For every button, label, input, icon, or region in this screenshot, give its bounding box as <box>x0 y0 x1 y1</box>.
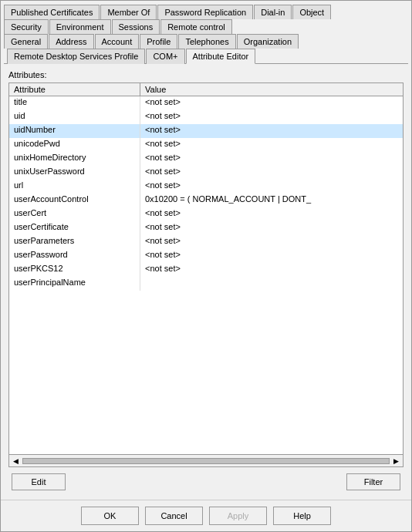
header-attribute: Attribute <box>9 83 140 96</box>
cell-attribute: userAccountControl <box>9 194 140 207</box>
table-row[interactable]: userParameters<not set> <box>9 235 403 249</box>
tab-telephones[interactable]: Telephones <box>178 34 235 49</box>
tabs-row2: Security Environment Sessions Remote con… <box>1 19 411 33</box>
tab-account[interactable]: Account <box>95 34 140 49</box>
cell-attribute: userPassword <box>9 249 140 263</box>
table-row[interactable]: url<not set> <box>9 180 403 194</box>
tab-profile[interactable]: Profile <box>140 34 177 49</box>
table-header: Attribute Value <box>9 83 403 96</box>
tab-remote-control[interactable]: Remote control <box>160 19 232 34</box>
table-row[interactable]: unicodePwd<not set> <box>9 138 403 152</box>
cell-attribute: userPKCS12 <box>9 263 140 277</box>
cell-attribute: unixHomeDirectory <box>9 152 140 166</box>
tabs-row4: Remote Desktop Services Profile COM+ Att… <box>4 48 408 64</box>
dialog: Published Certificates Member Of Passwor… <box>0 0 412 532</box>
table-row[interactable]: uid<not set> <box>9 110 403 124</box>
cell-value: <not set> <box>140 180 403 194</box>
table-row[interactable]: unixUserPassword<not set> <box>9 166 403 180</box>
attributes-label: Attributes: <box>8 70 404 79</box>
edit-filter-row: Edit Filter <box>8 467 404 493</box>
cell-attribute: userCert <box>9 207 140 221</box>
table-row[interactable]: userPrincipalName <box>9 277 403 291</box>
table-row[interactable]: unixHomeDirectory<not set> <box>9 152 403 166</box>
cell-value: <not set> <box>140 96 403 110</box>
cell-value: <not set> <box>140 249 403 263</box>
cell-value: <not set> <box>140 207 403 221</box>
cell-attribute: uidNumber <box>9 124 140 138</box>
table-row[interactable]: userCertificate<not set> <box>9 221 403 235</box>
tab-member-of[interactable]: Member Of <box>100 5 157 19</box>
ok-button[interactable]: OK <box>81 507 139 525</box>
tab-remote-desktop[interactable]: Remote Desktop Services Profile <box>7 49 145 64</box>
cancel-button[interactable]: Cancel <box>145 507 203 525</box>
cell-value: <not set> <box>140 138 403 152</box>
cell-value: <not set> <box>140 124 403 138</box>
table-row[interactable]: userPassword<not set> <box>9 249 403 263</box>
tab-object[interactable]: Object <box>292 5 331 19</box>
table-row[interactable]: uidNumber<not set> <box>9 124 403 138</box>
scroll-right-icon[interactable]: ▶ <box>391 457 401 465</box>
apply-button[interactable]: Apply <box>209 507 267 525</box>
tab-attribute-editor[interactable]: Attribute Editor <box>186 49 256 64</box>
filter-button[interactable]: Filter <box>346 473 400 490</box>
table-body[interactable]: title<not set>uid<not set>uidNumber<not … <box>9 96 403 454</box>
cell-value <box>140 277 403 291</box>
header-value: Value <box>140 83 390 96</box>
tab-dial-in[interactable]: Dial-in <box>254 5 292 19</box>
cell-attribute: uid <box>9 110 140 124</box>
tab-address[interactable]: Address <box>49 34 93 49</box>
cell-value: <not set> <box>140 221 403 235</box>
bottom-bar: OK Cancel Apply Help <box>1 500 411 531</box>
tabs-row3: General Address Account Profile Telephon… <box>1 33 411 48</box>
cell-attribute: unicodePwd <box>9 138 140 152</box>
tab-general[interactable]: General <box>4 34 48 49</box>
cell-value: <not set> <box>140 235 403 249</box>
cell-value: <not set> <box>140 110 403 124</box>
h-scroll-track[interactable] <box>22 458 390 464</box>
tab-published-certificates[interactable]: Published Certificates <box>4 5 100 19</box>
scroll-left-icon[interactable]: ◀ <box>11 457 21 465</box>
table-row[interactable]: title<not set> <box>9 96 403 110</box>
cell-attribute: userParameters <box>9 235 140 249</box>
tab-environment[interactable]: Environment <box>49 19 111 34</box>
tab-password-replication[interactable]: Password Replication <box>157 5 253 19</box>
tab-sessions[interactable]: Sessions <box>112 19 160 34</box>
tab-security[interactable]: Security <box>4 19 49 34</box>
edit-button[interactable]: Edit <box>12 473 66 490</box>
table-row[interactable]: userCert<not set> <box>9 207 403 221</box>
cell-value: <not set> <box>140 263 403 277</box>
cell-attribute: userCertificate <box>9 221 140 235</box>
cell-attribute: title <box>9 96 140 110</box>
horizontal-scrollbar[interactable]: ◀ ▶ <box>9 454 403 466</box>
help-button[interactable]: Help <box>273 507 331 525</box>
cell-attribute: unixUserPassword <box>9 166 140 180</box>
tabs-row1: Published Certificates Member Of Passwor… <box>1 1 411 19</box>
cell-value: 0x10200 = ( NORMAL_ACCOUNT | DONT_ <box>140 194 403 207</box>
cell-attribute: url <box>9 180 140 194</box>
table-row[interactable]: userAccountControl0x10200 = ( NORMAL_ACC… <box>9 194 403 207</box>
table-row[interactable]: userPKCS12<not set> <box>9 263 403 277</box>
content-area: Attributes: Attribute Value title<not se… <box>1 64 411 500</box>
cell-value: <not set> <box>140 152 403 166</box>
cell-value: <not set> <box>140 166 403 180</box>
cell-attribute: userPrincipalName <box>9 277 140 291</box>
attributes-table[interactable]: Attribute Value title<not set>uid<not se… <box>8 82 404 467</box>
tab-com-plus[interactable]: COM+ <box>146 49 184 64</box>
tab-organization[interactable]: Organization <box>237 34 299 49</box>
